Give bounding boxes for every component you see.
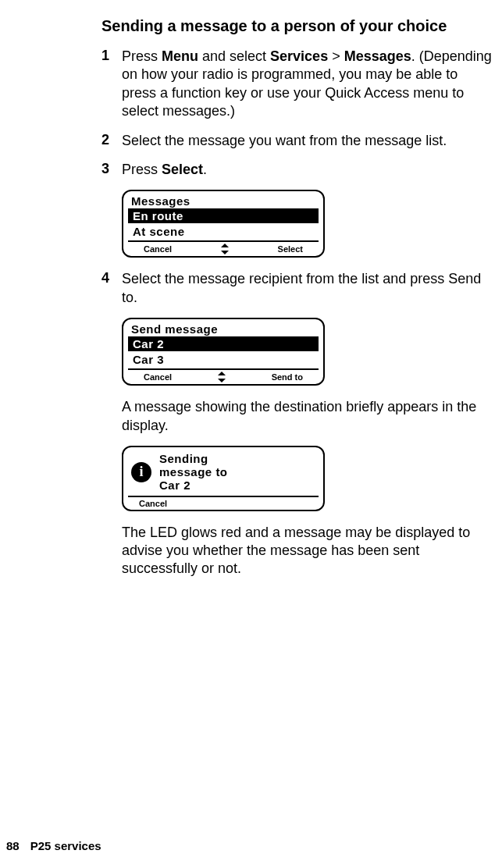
bold-messages: Messages [344, 48, 411, 64]
step-text: Select the message you want from the mes… [122, 132, 447, 150]
lcd-row-selected: Car 2 [128, 336, 319, 351]
step-number: 2 [101, 132, 122, 150]
text: . [203, 162, 207, 177]
svg-marker-2 [218, 372, 226, 375]
text-line: Car 2 [159, 478, 228, 492]
bold-select: Select [162, 162, 203, 177]
lcd-softkeys: Cancel Send to [128, 368, 319, 382]
text: Press [122, 162, 162, 177]
softkey-cancel: Cancel [128, 372, 172, 382]
step-4: 4 Select the message recipient from the … [101, 270, 494, 307]
step-number: 3 [101, 161, 122, 179]
step-1: 1 Press Menu and select Services > Messa… [101, 48, 494, 121]
softkey-cancel: Cancel [128, 496, 319, 508]
softkey-select: Select [278, 244, 319, 254]
lcd-info-text: Sending message to Car 2 [159, 452, 228, 493]
lcd-screen-sending: i Sending message to Car 2 Cancel [122, 446, 325, 511]
text: and select [198, 48, 270, 64]
text: Press [122, 48, 162, 64]
info-icon: i [131, 462, 151, 482]
lcd-row-selected: En route [128, 208, 319, 223]
lcd-screen-send-message: Send message Car 2 Car 3 Cancel Send to [122, 318, 325, 386]
step-text: Press Select. [122, 161, 207, 179]
bold-services: Services [270, 48, 328, 64]
lcd-softkeys: Cancel Select [128, 240, 319, 254]
svg-marker-0 [221, 244, 229, 247]
svg-marker-1 [221, 251, 229, 254]
step-2: 2 Select the message you want from the m… [101, 132, 494, 150]
bold-menu: Menu [162, 48, 198, 64]
page-footer: 88P25 services [6, 839, 101, 852]
softkey-cancel: Cancel [128, 244, 172, 254]
section-heading: Sending a message to a person of your ch… [101, 17, 494, 35]
step-3: 3 Press Select. [101, 161, 494, 179]
lcd-screen-messages: Messages En route At scene Cancel Select [122, 190, 325, 258]
step-number: 4 [101, 270, 122, 307]
page-number: 88 [6, 839, 20, 852]
text: > [328, 48, 344, 64]
updown-icon [217, 372, 226, 382]
lcd-row: At scene [128, 224, 319, 239]
section-name: P25 services [30, 839, 101, 852]
text-line: Sending [159, 452, 228, 465]
paragraph: The LED glows red and a message may be d… [122, 524, 494, 578]
step-number: 1 [101, 48, 122, 121]
text-line: message to [159, 465, 228, 478]
lcd-title: Messages [128, 194, 319, 208]
updown-icon [220, 244, 230, 254]
softkey-sendto: Send to [272, 372, 319, 382]
step-text: Select the message recipient from the li… [122, 270, 494, 307]
step-text: Press Menu and select Services > Message… [122, 48, 494, 121]
lcd-title: Send message [128, 322, 319, 336]
svg-marker-3 [218, 379, 226, 382]
lcd-row: Car 3 [128, 352, 319, 367]
paragraph: A message showing the destination briefl… [122, 398, 494, 435]
